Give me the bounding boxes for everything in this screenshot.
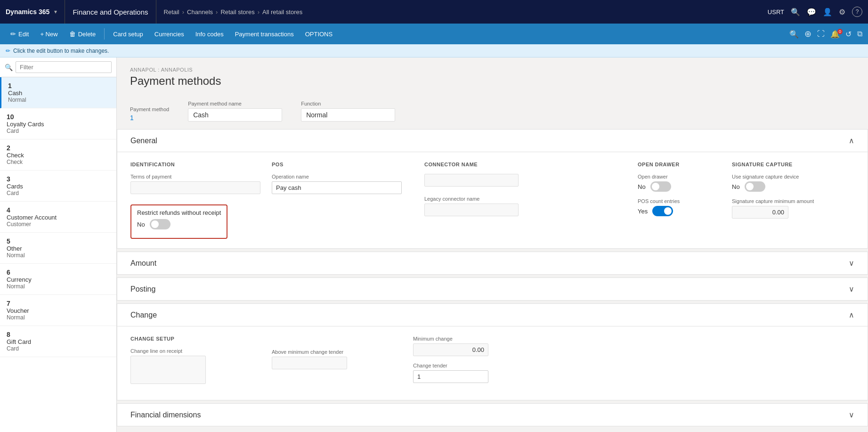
sidebar-item-num: 1 (8, 82, 110, 90)
sep2: › (216, 8, 218, 16)
legacy-connector-field: Legacy connector name (424, 196, 626, 216)
change-line-field: Change line on receipt (130, 348, 260, 384)
sidebar-item-name: Loyalty Cards (7, 121, 110, 128)
payment-transactions-label: Payment transactions (235, 31, 294, 38)
restrict-toggle[interactable] (150, 219, 170, 229)
financial-dimensions-header[interactable]: Financial dimensions ∨ (117, 404, 868, 426)
use-device-knob (746, 183, 754, 190)
sidebar-item-4[interactable]: 4 Customer Account Customer (0, 202, 116, 233)
toolbar: ✏ Edit + New 🗑 Delete Card setup Currenc… (0, 24, 868, 44)
pos-count-field: POS count entries Yes (638, 198, 721, 216)
delete-button[interactable]: 🗑 Delete (65, 26, 101, 41)
use-device-field: Use signature capture device No (732, 174, 843, 192)
above-min-col: Above minimum change tender (272, 336, 413, 391)
breadcrumb-retail-stores[interactable]: Retail stores (220, 8, 254, 16)
refresh-icon[interactable]: ↺ (845, 30, 852, 39)
payment-transactions-button[interactable]: Payment transactions (230, 26, 299, 41)
sidebar-item-1[interactable]: 1 Cash Normal (0, 77, 116, 108)
edit-button[interactable]: ✏ Edit (6, 26, 33, 41)
sidebar-item-name: Customer Account (7, 214, 110, 221)
toolbar-search-icon[interactable]: 🔍 (789, 30, 799, 39)
above-min-input[interactable] (272, 357, 347, 369)
info-bar: ✏ Click the edit button to make changes. (0, 44, 868, 57)
breadcrumb-channels[interactable]: Channels (187, 8, 213, 16)
min-change-field: Minimum change (413, 336, 843, 356)
open-drawer-col: OPEN DRAWER Open drawer No POS cou (638, 162, 732, 239)
sidebar-item-type: Card (7, 190, 110, 196)
sidebar-item-type: Normal (7, 314, 110, 321)
change-tender-input[interactable] (413, 370, 488, 383)
new-button[interactable]: + New (35, 26, 62, 41)
change-line-input[interactable] (130, 356, 206, 384)
restrict-refunds-label: Restrict refunds without receipt (137, 209, 221, 216)
min-change-input[interactable] (413, 343, 488, 356)
sig-min-amount-input[interactable] (732, 206, 788, 219)
sidebar-item-type: Normal (7, 252, 110, 259)
sidebar-item-name: Voucher (7, 307, 110, 314)
sidebar-item-type: Check (7, 159, 110, 165)
min-change-col: Minimum change Change tender (413, 336, 854, 391)
change-section: Change ∧ CHANGE SETUP Change line on rec… (117, 303, 868, 400)
payment-fields-row: Payment method 1 Payment method name Cas… (117, 95, 868, 129)
general-section-header[interactable]: General ∧ (117, 130, 868, 152)
sidebar-item-name: Currency (7, 276, 110, 283)
use-device-toggle[interactable] (745, 181, 765, 192)
open-drawer-value: No (638, 183, 646, 190)
sidebar-item-num: 6 (7, 269, 110, 276)
filter-input[interactable] (16, 61, 112, 73)
info-codes-button[interactable]: Info codes (191, 26, 228, 41)
sidebar-item-8[interactable]: 8 Gift Card Card (0, 326, 116, 357)
help-icon[interactable]: ? (852, 7, 862, 17)
breadcrumb-retail[interactable]: Retail (164, 8, 179, 16)
sidebar-item-6[interactable]: 6 Currency Normal (0, 264, 116, 295)
legacy-connector-input[interactable] (424, 204, 519, 216)
operation-name-input[interactable] (272, 181, 402, 194)
currencies-button[interactable]: Currencies (150, 26, 189, 41)
pos-count-toggle[interactable] (652, 206, 673, 216)
amount-section-header[interactable]: Amount ∨ (117, 252, 868, 274)
user-icon[interactable]: 👤 (823, 8, 832, 16)
search-icon[interactable]: 🔍 (791, 8, 800, 16)
pos-count-label: POS count entries (638, 198, 721, 204)
chat-icon[interactable]: 💬 (807, 8, 816, 16)
info-codes-label: Info codes (195, 31, 224, 38)
sidebar-item-type: Normal (7, 283, 110, 290)
operation-name-field: Operation name (272, 174, 402, 194)
card-setup-button[interactable]: Card setup (108, 26, 148, 41)
network-icon[interactable]: ⊕ (804, 29, 811, 39)
brand-chevron-icon[interactable]: ▾ (54, 8, 57, 15)
options-button[interactable]: OPTIONS (300, 26, 338, 41)
sidebar-filter: 🔍 (0, 57, 116, 77)
signature-capture-title: SIGNATURE CAPTURE (732, 162, 843, 167)
sidebar-item-3[interactable]: 3 Cards Card (0, 171, 116, 202)
connector-name-input[interactable] (424, 174, 519, 187)
open-drawer-toggle[interactable] (650, 181, 671, 192)
terms-input[interactable] (130, 181, 260, 194)
settings-icon[interactable]: ⚙ (839, 8, 845, 16)
new-window-icon[interactable]: ⧉ (857, 30, 862, 38)
posting-section: Posting ∨ (117, 277, 868, 301)
restrict-toggle-value: No (137, 221, 145, 228)
sidebar-item-2[interactable]: 2 Check Check (0, 139, 116, 171)
sidebar-item-10[interactable]: 10 Loyalty Cards Card (0, 108, 116, 139)
notification-icon[interactable]: 🔔0 (830, 30, 840, 39)
currencies-label: Currencies (154, 31, 184, 38)
sidebar-item-num: 2 (7, 144, 110, 152)
payment-method-value[interactable]: 1 (130, 114, 169, 122)
top-right-icons: USRT 🔍 💬 👤 ⚙ ? (768, 7, 862, 17)
payment-method-label: Payment method (130, 106, 169, 112)
posting-section-header[interactable]: Posting ∨ (117, 278, 868, 300)
open-drawer-knob (652, 183, 659, 190)
change-section-chevron: ∧ (849, 310, 854, 319)
change-section-header[interactable]: Change ∧ (117, 304, 868, 326)
sidebar-item-name: Cards (7, 183, 110, 190)
operation-name-label: Operation name (272, 174, 402, 179)
function-label: Function (301, 101, 395, 106)
sidebar-item-7[interactable]: 7 Voucher Normal (0, 295, 116, 326)
use-device-toggle-row: No (732, 181, 843, 192)
dynamics-365-label[interactable]: Dynamics 365 (6, 8, 49, 16)
sidebar-item-5[interactable]: 5 Other Normal (0, 233, 116, 264)
breadcrumb-all-retail-stores[interactable]: All retail stores (262, 8, 302, 16)
fullscreen-icon[interactable]: ⛶ (817, 30, 825, 38)
info-bar-message: Click the edit button to make changes. (13, 48, 109, 54)
